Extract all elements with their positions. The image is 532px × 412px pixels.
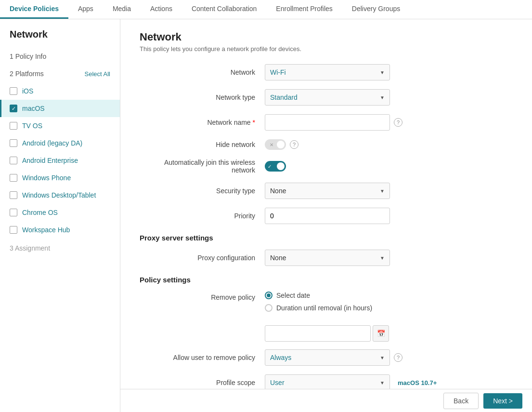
- priority-control: [265, 208, 390, 224]
- profile-scope-label: Profile scope: [140, 379, 265, 386]
- nav-device-policies[interactable]: Device Policies: [0, 0, 68, 19]
- content-area: Network This policy lets you configure a…: [120, 19, 532, 412]
- date-input-wrap: 📅: [265, 325, 513, 342]
- platform-item-ios[interactable]: iOS: [0, 82, 120, 100]
- nav-media[interactable]: Media: [103, 0, 141, 19]
- network-type-arrow: ▼: [380, 95, 385, 100]
- nav-actions[interactable]: Actions: [141, 0, 182, 19]
- network-name-label: Network name *: [140, 119, 265, 126]
- network-name-row: Network name * ?: [140, 114, 513, 131]
- platform-checkbox-chrome-os[interactable]: [10, 209, 17, 216]
- duration-radio[interactable]: [265, 304, 272, 312]
- sidebar: Network 1 Policy Info 2 Platforms Select…: [0, 19, 120, 412]
- platform-item-chrome-os[interactable]: Chrome OS: [0, 204, 120, 221]
- auto-join-label: Automatically join this wireless network: [140, 159, 265, 174]
- hide-network-control: ✕ ?: [265, 139, 298, 150]
- hide-network-label: Hide network: [140, 141, 265, 148]
- nav-enrollment-profiles[interactable]: Enrollment Profiles: [266, 0, 342, 19]
- platform-checkbox-android-enterprise[interactable]: [10, 157, 17, 164]
- platform-item-windows-phone[interactable]: Windows Phone: [0, 169, 120, 186]
- profile-scope-arrow: ▼: [380, 380, 385, 385]
- top-navigation: Device Policies Apps Media Actions Conte…: [0, 0, 532, 19]
- network-control: Wi-Fi ▼: [265, 64, 390, 80]
- nav-delivery-groups[interactable]: Delivery Groups: [342, 0, 410, 19]
- security-type-row: Security type None ▼: [140, 183, 513, 199]
- platform-checkbox-tvos[interactable]: [10, 122, 17, 130]
- allow-remove-help-icon[interactable]: ?: [394, 353, 402, 362]
- platform-item-android-enterprise[interactable]: Android Enterprise: [0, 152, 120, 169]
- network-select[interactable]: Wi-Fi ▼: [265, 64, 390, 80]
- network-name-help-icon[interactable]: ?: [394, 118, 402, 127]
- security-type-select[interactable]: None ▼: [265, 183, 390, 199]
- platform-checkbox-workspace-hub[interactable]: [10, 226, 17, 234]
- remove-policy-label: Remove policy: [140, 292, 265, 301]
- profile-scope-control: User ▼ macOS 10.7+: [265, 374, 437, 391]
- platform-item-tvos[interactable]: TV OS: [0, 117, 120, 134]
- toggle-check-icon: ✓: [268, 164, 272, 169]
- select-all-button[interactable]: Select All: [85, 70, 110, 78]
- macos-version-badge: macOS 10.7+: [398, 379, 437, 386]
- priority-label: Priority: [140, 212, 265, 220]
- sidebar-title: Network: [0, 29, 120, 48]
- network-name-required: *: [253, 119, 255, 126]
- policy-section-header: Policy settings: [140, 276, 513, 284]
- profile-scope-select[interactable]: User ▼: [265, 374, 390, 391]
- proxy-config-select[interactable]: None ▼: [265, 250, 390, 266]
- remove-policy-options: Select date Duration until removal (in h…: [265, 292, 372, 317]
- step-3[interactable]: 3 Assignment: [0, 239, 120, 258]
- allow-remove-arrow: ▼: [380, 355, 385, 360]
- platform-item-windows-desktop[interactable]: Windows Desktop/Tablet: [0, 186, 120, 204]
- proxy-config-control: None ▼: [265, 250, 390, 266]
- network-row: Network Wi-Fi ▼: [140, 64, 513, 80]
- auto-join-toggle[interactable]: ✓: [265, 161, 286, 172]
- platform-checkbox-windows-phone[interactable]: [10, 174, 17, 182]
- auto-join-row: Automatically join this wireless network…: [140, 159, 513, 174]
- platform-item-workspace-hub[interactable]: Workspace Hub: [0, 221, 120, 239]
- security-type-label: Security type: [140, 187, 265, 195]
- network-label: Network: [140, 68, 265, 76]
- platform-list: iOS macOS TV OS Android (legacy DA) Andr…: [0, 82, 120, 239]
- allow-remove-row: Allow user to remove policy Always ▼ ?: [140, 349, 513, 366]
- nav-apps[interactable]: Apps: [68, 0, 103, 19]
- platform-checkbox-ios[interactable]: [10, 87, 17, 95]
- priority-row: Priority: [140, 208, 513, 224]
- network-type-select[interactable]: Standard ▼: [265, 89, 390, 106]
- duration-radio-row: Duration until removal (in hours): [265, 304, 372, 312]
- allow-remove-select[interactable]: Always ▼: [265, 349, 390, 366]
- proxy-section-header: Proxy server settings: [140, 234, 513, 242]
- platform-checkbox-windows-desktop[interactable]: [10, 191, 17, 199]
- hide-network-help-icon[interactable]: ?: [290, 140, 298, 149]
- select-date-radio-row: Select date: [265, 292, 372, 299]
- platform-checkbox-macos[interactable]: [10, 105, 17, 112]
- toggle-on-knob: [277, 162, 285, 170]
- proxy-config-arrow: ▼: [380, 255, 385, 261]
- allow-remove-label: Allow user to remove policy: [140, 354, 265, 361]
- platform-checkbox-android-legacy[interactable]: [10, 139, 17, 147]
- footer-bar: Back Next >: [120, 389, 532, 412]
- platform-item-macos[interactable]: macOS: [0, 100, 120, 117]
- network-select-arrow: ▼: [380, 70, 385, 75]
- network-type-row: Network type Standard ▼: [140, 89, 513, 106]
- date-input[interactable]: [265, 325, 371, 342]
- content-subtitle: This policy lets you configure a network…: [140, 45, 513, 53]
- back-button[interactable]: Back: [443, 393, 479, 409]
- toggle-knob: [277, 141, 285, 148]
- profile-scope-row: Profile scope User ▼ macOS 10.7+: [140, 374, 513, 391]
- platform-item-android-legacy[interactable]: Android (legacy DA): [0, 134, 120, 152]
- network-type-control: Standard ▼: [265, 89, 390, 106]
- security-type-arrow: ▼: [380, 188, 385, 194]
- content-title: Network: [140, 31, 513, 43]
- nav-content-collaboration[interactable]: Content Collaboration: [182, 0, 266, 19]
- priority-input[interactable]: [265, 208, 390, 224]
- proxy-config-row: Proxy configuration None ▼: [140, 250, 513, 266]
- next-button[interactable]: Next >: [483, 393, 522, 409]
- step-1[interactable]: 1 Policy Info: [0, 48, 120, 65]
- proxy-config-label: Proxy configuration: [140, 254, 265, 262]
- calendar-button[interactable]: 📅: [373, 325, 389, 342]
- hide-network-toggle[interactable]: ✕: [265, 139, 286, 150]
- network-name-input[interactable]: [265, 114, 390, 131]
- network-name-control: ?: [265, 114, 402, 131]
- select-date-radio[interactable]: [265, 292, 272, 299]
- network-type-label: Network type: [140, 93, 265, 101]
- remove-policy-row: Remove policy Select date Duration until…: [140, 292, 513, 317]
